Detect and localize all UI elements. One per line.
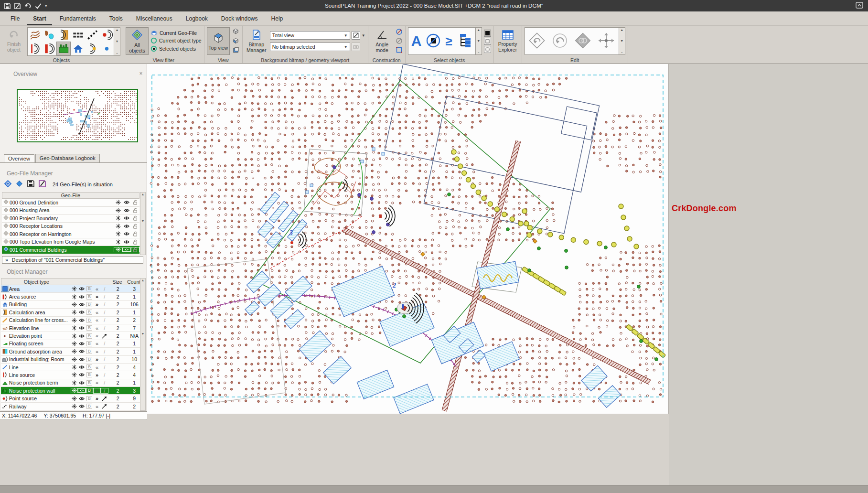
object-chevron-toggle[interactable]: « xyxy=(93,388,101,394)
geo-file-lock-icon[interactable] xyxy=(131,200,139,205)
object-pen-toggle[interactable]: / xyxy=(101,380,108,386)
object-eye-toggle[interactable] xyxy=(78,373,86,377)
view-cube-3-icon[interactable] xyxy=(232,46,240,55)
object-eye-toggle[interactable] xyxy=(78,295,86,299)
geo-file-lock-icon[interactable] xyxy=(131,247,139,252)
selection-mode-outline-icon[interactable] xyxy=(484,38,491,45)
edit-move-icon[interactable] xyxy=(597,31,616,51)
object-eye-toggle[interactable] xyxy=(78,342,86,346)
object-b-toggle[interactable]: B xyxy=(86,364,93,370)
area-source-tool-icon[interactable] xyxy=(43,42,56,55)
object-pen-toggle[interactable]: / xyxy=(101,317,108,323)
object-b-toggle[interactable]: B xyxy=(86,294,93,300)
object-chevron-toggle[interactable]: « xyxy=(93,364,101,370)
add-geo-file-icon[interactable] xyxy=(4,180,12,189)
object-type-row[interactable]: Elevation pointB«2N/A xyxy=(1,332,142,340)
building-tool-icon[interactable] xyxy=(71,42,85,55)
object-type-row[interactable]: Noise protection bermB«/21 xyxy=(1,379,142,387)
bitmap-manager-button[interactable]: Bitmap Manager xyxy=(245,27,268,55)
object-eye-toggle[interactable] xyxy=(78,388,86,393)
geo-file-row[interactable]: 000 Receptor Locations xyxy=(2,223,139,231)
edit-scrollbar[interactable]: ▲▼⌄ xyxy=(619,27,625,55)
object-b-toggle[interactable]: B xyxy=(86,388,93,393)
geo-file-visibility-sun-icon[interactable] xyxy=(114,247,122,252)
save-geo-file-icon[interactable] xyxy=(27,180,35,189)
object-type-row[interactable]: Line sourceB»/24 xyxy=(1,371,142,379)
bitmap-select-dropdown[interactable]: No bitmap selected▼ xyxy=(270,43,350,51)
object-b-toggle[interactable]: B xyxy=(86,372,93,377)
construction-circle-slash-icon[interactable] xyxy=(396,37,403,45)
geo-file-scrollbar[interactable]: ▲▼ xyxy=(140,192,146,255)
elevation-point-tool-icon[interactable] xyxy=(100,42,113,55)
object-eye-toggle[interactable] xyxy=(78,404,86,408)
object-sun-toggle[interactable] xyxy=(71,286,78,291)
object-sun-toggle[interactable] xyxy=(71,333,78,339)
object-pen-toggle[interactable]: / xyxy=(101,325,108,331)
calculation-area-tool-icon[interactable] xyxy=(57,28,70,41)
geo-file-column-header[interactable]: Geo-File xyxy=(2,192,139,199)
object-type-row[interactable]: Point sourceB»29 xyxy=(1,395,142,402)
object-sun-toggle[interactable] xyxy=(71,302,78,307)
view-select-dropdown[interactable]: Total view▼ xyxy=(270,31,350,40)
save-icon[interactable] xyxy=(4,2,11,10)
object-eye-toggle[interactable] xyxy=(78,334,86,338)
object-sun-toggle[interactable] xyxy=(71,318,78,323)
point-source-tool-icon[interactable] xyxy=(100,28,113,41)
quick-access-caret-icon[interactable]: ▾ xyxy=(45,3,47,8)
edit-merge-diamond-icon[interactable] xyxy=(574,32,592,51)
menu-miscellaneous[interactable]: Miscellaneous xyxy=(130,13,178,25)
geo-file-lock-icon[interactable] xyxy=(131,231,139,236)
object-chevron-toggle[interactable]: « xyxy=(93,404,101,409)
object-sun-toggle[interactable] xyxy=(71,325,78,331)
railway-tool-icon[interactable] xyxy=(86,28,99,41)
geo-file-eye-icon[interactable] xyxy=(122,232,131,236)
menu-logbook[interactable]: Logbook xyxy=(180,13,214,25)
select-invert-button[interactable] xyxy=(425,32,441,50)
object-eye-toggle[interactable] xyxy=(78,365,86,369)
filter-selected-objects[interactable]: Selected objects xyxy=(150,45,202,52)
menu-help[interactable]: Help xyxy=(266,13,289,25)
object-pen-toggle[interactable]: / xyxy=(101,364,108,370)
object-chevron-toggle[interactable]: » xyxy=(93,372,101,378)
object-pen-toggle[interactable]: / xyxy=(101,372,108,378)
apply-check-icon[interactable] xyxy=(34,2,42,10)
edit-undo-circle-icon[interactable] xyxy=(551,32,569,51)
finish-object-button[interactable]: Finish object xyxy=(2,27,25,55)
geo-file-eye-icon[interactable] xyxy=(122,247,131,252)
construction-circle-arrow-icon[interactable] xyxy=(396,28,403,36)
geo-file-row[interactable]: 000 Project Boundary xyxy=(2,214,139,223)
object-manager-header[interactable]: Object type Size Count xyxy=(1,278,142,285)
geo-file-visibility-sun-icon[interactable] xyxy=(114,200,122,205)
selection-mode-rounded-icon[interactable] xyxy=(484,46,491,53)
tab-geo-database-logbook[interactable]: Geo-Database Logbook xyxy=(35,154,100,162)
top-view-button[interactable]: Top view xyxy=(207,27,230,55)
object-type-row[interactable]: LineB«/24 xyxy=(1,364,142,371)
object-pen-toggle[interactable]: / xyxy=(101,356,108,362)
object-sun-toggle[interactable] xyxy=(71,396,78,401)
geo-file-visibility-sun-icon[interactable] xyxy=(114,239,122,245)
object-pen-toggle[interactable]: / xyxy=(101,349,108,354)
object-type-row[interactable]: Area sourceB»/21 xyxy=(1,293,142,300)
object-chevron-toggle[interactable]: « xyxy=(93,310,101,315)
object-type-row[interactable]: Calculation areaB«/21 xyxy=(1,309,142,316)
object-sun-toggle[interactable] xyxy=(71,294,78,300)
object-chevron-toggle[interactable]: « xyxy=(93,333,101,339)
select-hierarchy-button[interactable] xyxy=(456,33,472,49)
save-edit-geo-file-icon[interactable] xyxy=(38,180,46,189)
save-as-icon[interactable] xyxy=(14,2,21,10)
all-objects-button[interactable]: All objects xyxy=(126,27,149,55)
geo-file-row[interactable]: 000 Ground Definition xyxy=(2,199,139,207)
object-type-row[interactable]: Industrial building; RoomB»/210 xyxy=(1,356,142,364)
object-pen-toggle[interactable]: / xyxy=(101,310,108,315)
object-b-toggle[interactable]: B xyxy=(86,404,93,409)
object-eye-toggle[interactable] xyxy=(78,310,86,314)
object-b-toggle[interactable]: B xyxy=(86,286,93,291)
geo-file-visibility-sun-icon[interactable] xyxy=(114,208,122,213)
object-pen-toggle[interactable] xyxy=(101,404,108,409)
line-source-tool-icon[interactable] xyxy=(86,42,99,55)
object-eye-toggle[interactable] xyxy=(78,349,86,354)
overview-close-icon[interactable]: ✕ xyxy=(138,71,144,76)
ground-absorption-tool-icon[interactable] xyxy=(43,28,56,41)
object-pen-toggle[interactable]: / xyxy=(101,301,108,307)
object-eye-toggle[interactable] xyxy=(78,287,86,291)
